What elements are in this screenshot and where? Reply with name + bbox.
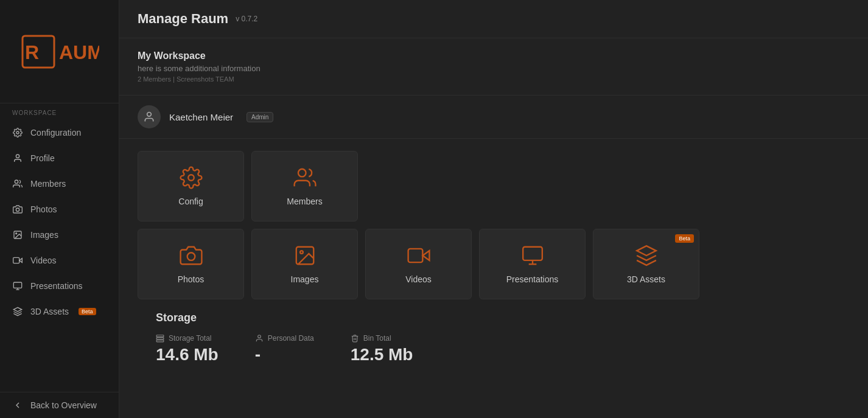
page-title: Manage Raum <box>138 11 228 27</box>
images-card-label: Images <box>291 274 319 284</box>
cards-section: Config Members Photos Image <box>119 139 868 391</box>
storage-total-label: Storage Total <box>156 334 219 343</box>
members-card-label: Members <box>287 197 322 206</box>
svg-point-5 <box>15 180 18 183</box>
svg-rect-11 <box>13 282 21 288</box>
sidebar-bottom: Back to Overview <box>0 392 119 418</box>
sidebar-item-images[interactable]: Images <box>0 222 119 248</box>
sidebar-item-members[interactable]: Members <box>0 171 119 197</box>
storage-stats: Storage Total 14.6 Mb Personal Data - Bi… <box>156 334 831 364</box>
presentations-card-label: Presentations <box>506 274 559 284</box>
main-content: Manage Raum v 0.7.2 My Workspace here is… <box>119 0 868 418</box>
workspace-description: here is some additional information <box>138 64 850 73</box>
users-icon <box>12 178 23 189</box>
sidebar-item-label: Configuration <box>30 128 81 138</box>
svg-rect-10 <box>13 257 19 263</box>
svg-point-3 <box>16 131 19 134</box>
user-name: Kaetchen Meier <box>169 112 233 122</box>
role-badge: Admin <box>247 112 273 122</box>
videos-card-icon <box>407 244 430 267</box>
sidebar-item-label: Presentations <box>30 281 83 291</box>
config-card-icon <box>180 166 203 189</box>
presentation-icon <box>12 280 23 291</box>
workspace-name: My Workspace <box>138 51 850 61</box>
bin-total-label: Bin Total <box>351 334 413 343</box>
config-card[interactable]: Config <box>138 151 244 221</box>
image-icon <box>12 229 23 240</box>
card-beta-badge: Beta <box>675 234 694 243</box>
svg-point-4 <box>16 155 19 158</box>
arrow-left-icon <box>12 400 23 411</box>
personal-data-value: - <box>255 345 314 364</box>
svg-point-8 <box>16 233 17 234</box>
raum-logo: R AUM <box>20 33 99 70</box>
videos-card[interactable]: Videos <box>365 229 472 299</box>
photos-card[interactable]: Photos <box>138 229 244 299</box>
svg-text:AUM: AUM <box>59 41 99 63</box>
database-icon <box>156 334 164 343</box>
trash-icon <box>351 334 359 343</box>
sidebar-item-photos[interactable]: Photos <box>0 197 119 222</box>
storage-total-value: 14.6 Mb <box>156 345 219 364</box>
images-card[interactable]: Images <box>251 229 358 299</box>
svg-point-19 <box>300 251 303 254</box>
cards-grid-bottom: Photos Images Videos Presentations <box>138 229 850 299</box>
sidebar-item-profile[interactable]: Profile <box>0 145 119 171</box>
sidebar-item-videos[interactable]: Videos <box>0 248 119 273</box>
svg-point-16 <box>298 169 306 177</box>
svg-point-17 <box>187 253 195 260</box>
sidebar-item-label: Profile <box>30 153 55 163</box>
sidebar-logo: R AUM <box>0 0 119 103</box>
storage-section: Storage Storage Total 14.6 Mb Personal D… <box>138 312 850 379</box>
members-card-icon <box>293 166 317 189</box>
photos-card-icon <box>180 244 203 267</box>
storage-total-stat: Storage Total 14.6 Mb <box>156 334 219 364</box>
svg-rect-21 <box>408 249 422 262</box>
workspace-info: My Workspace here is some additional inf… <box>119 38 868 96</box>
cards-grid-top: Config Members <box>138 151 850 221</box>
sidebar-section-label: WORKSPACE <box>0 103 119 120</box>
main-header: Manage Raum v 0.7.2 <box>119 0 868 38</box>
personal-data-stat: Personal Data - <box>255 334 314 364</box>
avatar <box>138 105 161 128</box>
back-label: Back to Overview <box>30 400 97 410</box>
bin-total-value: 12.5 Mb <box>351 345 413 364</box>
svg-text:R: R <box>25 41 39 63</box>
svg-rect-25 <box>156 335 164 337</box>
photos-card-label: Photos <box>178 274 205 284</box>
sidebar: R AUM WORKSPACE Configuration Profile Me… <box>0 0 119 418</box>
sidebar-item-label: 3D Assets <box>30 307 69 316</box>
sidebar-item-label: Images <box>30 230 58 240</box>
person-icon <box>255 334 264 343</box>
svg-rect-26 <box>156 338 164 340</box>
sidebar-item-3d-assets[interactable]: 3D Assets Beta <box>0 299 119 324</box>
presentations-card-icon <box>521 244 544 267</box>
3d-icon <box>12 306 23 317</box>
version-badge: v 0.7.2 <box>236 15 257 23</box>
user-icon <box>12 153 23 164</box>
svg-marker-9 <box>19 259 23 263</box>
3d-assets-card-label: 3D Assets <box>627 274 665 284</box>
gear-icon <box>12 127 23 138</box>
svg-point-6 <box>16 208 19 211</box>
presentations-card[interactable]: Presentations <box>479 229 586 299</box>
sidebar-item-label: Photos <box>30 204 57 214</box>
svg-marker-20 <box>422 251 429 260</box>
svg-point-28 <box>257 335 261 338</box>
images-card-icon <box>293 244 317 267</box>
sidebar-item-back[interactable]: Back to Overview <box>0 392 119 418</box>
sidebar-item-label: Members <box>30 179 66 189</box>
camera-icon <box>12 204 23 215</box>
3d-assets-card-icon <box>635 244 658 267</box>
svg-point-14 <box>147 113 152 117</box>
bin-total-stat: Bin Total 12.5 Mb <box>351 334 413 364</box>
sidebar-item-presentations[interactable]: Presentations <box>0 273 119 299</box>
storage-title: Storage <box>156 312 831 324</box>
members-card[interactable]: Members <box>251 151 358 221</box>
sidebar-item-configuration[interactable]: Configuration <box>0 120 119 145</box>
svg-rect-22 <box>523 247 542 260</box>
workspace-meta: 2 Members | Screenshots TEAM <box>138 75 850 83</box>
3d-assets-card[interactable]: Beta 3D Assets <box>593 229 699 299</box>
personal-data-label: Personal Data <box>255 334 314 343</box>
svg-rect-27 <box>156 340 164 342</box>
